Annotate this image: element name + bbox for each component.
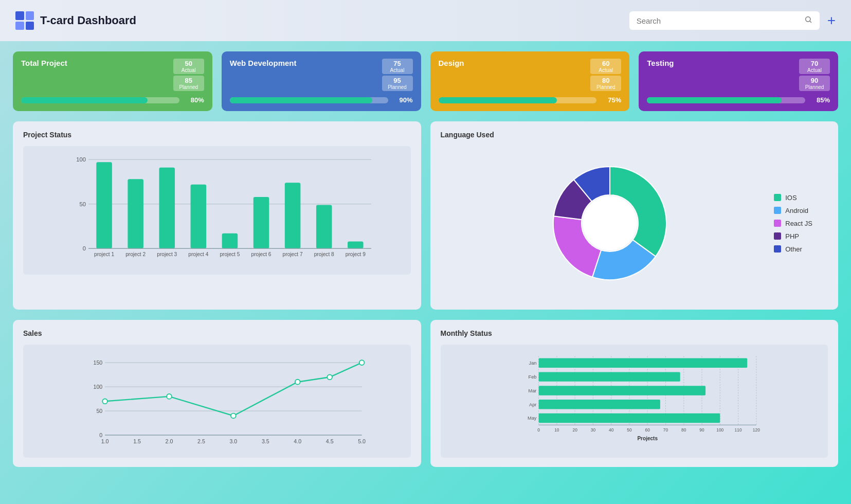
card-header: Design 60 Actual 80 Planned [439,59,622,91]
svg-rect-14 [191,185,207,249]
progress-percent: 85% [810,96,830,104]
language-used-title: Language Used [441,131,828,139]
actual-badge: 60 Actual [590,59,621,74]
project-status-panel: Project Status 050100project 1project 2p… [13,121,421,310]
svg-text:40: 40 [609,427,614,433]
svg-text:project 4: project 4 [188,251,208,257]
svg-text:3.0: 3.0 [229,438,237,444]
planned-badge: 95 Planned [382,76,413,91]
svg-rect-84 [538,400,660,409]
card-title: Web Development [230,59,297,67]
card-title: Design [439,59,464,67]
card-title: Total Project [21,59,67,67]
legend-dot [774,207,781,214]
planned-badge: 90 Planned [799,76,830,91]
project-status-svg: 050100project 1project 2project 3project… [44,154,406,269]
donut-area: IOSAndroidReact JSPHPOther [441,146,828,300]
logo-area: T-card Dashboard [15,11,136,30]
progress-bar-fill [647,97,782,103]
progress-bar-wrap [21,97,179,103]
legend-label: Other [785,245,802,253]
actual-badge: 50 Actual [173,59,204,74]
add-button[interactable]: + [827,13,836,28]
legend-dot [774,245,781,253]
svg-text:30: 30 [590,427,595,433]
header: T-card Dashboard + [0,0,851,41]
svg-text:Jan: Jan [529,361,536,366]
search-input[interactable] [637,16,800,25]
card-title: Testing [647,59,674,67]
charts-row-1: Project Status 050100project 1project 2p… [13,121,838,310]
svg-text:20: 20 [572,427,577,433]
svg-text:0: 0 [99,432,102,438]
svg-text:project 5: project 5 [220,251,240,257]
svg-text:2.5: 2.5 [197,438,205,444]
svg-rect-8 [96,162,112,248]
svg-point-49 [327,374,332,380]
svg-text:2.0: 2.0 [166,438,173,444]
donut-svg [538,151,682,295]
svg-text:project 7: project 7 [283,251,303,257]
progress-percent: 75% [602,96,621,104]
search-box[interactable] [629,11,820,30]
card-progress: 85% [647,96,830,104]
svg-text:3.5: 3.5 [262,438,269,444]
svg-rect-82 [538,386,705,395]
sales-chart: 0501001501.01.52.02.53.03.54.04.55.0 [23,345,411,458]
svg-text:1.0: 1.0 [101,438,109,444]
legend-dot [774,220,781,227]
progress-percent: 90% [393,96,413,104]
search-icon [804,15,812,26]
monthly-status-panel: Monthly Status 0102030405060708090100110… [430,320,839,467]
summary-cards: Total Project 50 Actual 85 Planned 80% W… [13,51,838,111]
card-progress: 80% [21,96,204,104]
charts-row-2: Sales 0501001501.01.52.02.53.03.54.04.55… [13,320,838,467]
svg-text:70: 70 [663,427,668,433]
logo-sq-2 [26,11,34,20]
donut-legend: IOSAndroidReact JSPHPOther [774,194,823,253]
svg-rect-22 [316,205,332,248]
monthly-status-svg: 0102030405060708090100110120JanFebMarApr… [466,352,818,442]
svg-point-0 [805,17,810,22]
svg-rect-80 [538,372,680,381]
svg-text:project 1: project 1 [94,251,114,257]
svg-text:110: 110 [734,427,741,433]
legend-label: React JS [785,220,812,227]
main-content: Total Project 50 Actual 85 Planned 80% W… [0,41,851,488]
legend-item: React JS [774,220,812,227]
summary-card-blue: Web Development 75 Actual 95 Planned 90% [222,51,421,111]
svg-text:4.0: 4.0 [294,438,301,444]
sales-title: Sales [23,329,411,337]
card-badges: 50 Actual 85 Planned [173,59,204,91]
svg-text:100: 100 [93,384,102,390]
svg-point-45 [102,399,107,404]
svg-text:150: 150 [93,359,102,366]
monthly-status-chart: 0102030405060708090100110120JanFebMarApr… [441,345,828,458]
svg-text:project 9: project 9 [346,251,366,257]
svg-text:100: 100 [76,156,86,163]
logo-sq-4 [26,22,34,30]
legend-label: Android [785,207,808,214]
legend-dot [774,194,781,201]
card-progress: 90% [230,96,413,104]
svg-text:project 8: project 8 [314,251,334,257]
svg-rect-10 [128,179,143,248]
svg-text:100: 100 [716,427,723,433]
svg-point-48 [295,380,300,385]
svg-text:May: May [528,416,537,421]
svg-text:0: 0 [537,427,540,433]
donut-svg-wrap [446,151,774,295]
svg-text:50: 50 [627,427,632,433]
svg-text:1.5: 1.5 [133,438,141,444]
planned-badge: 80 Planned [590,76,621,91]
svg-text:Projects: Projects [637,436,658,441]
progress-bar-fill [21,97,148,103]
card-badges: 60 Actual 80 Planned [590,59,621,91]
planned-badge: 85 Planned [173,76,204,91]
svg-point-46 [167,394,172,399]
actual-badge: 70 Actual [799,59,830,74]
summary-card-purple: Testing 70 Actual 90 Planned 85% [639,51,838,111]
legend-dot [774,232,781,240]
legend-item: Other [774,245,812,253]
svg-text:120: 120 [752,427,759,433]
